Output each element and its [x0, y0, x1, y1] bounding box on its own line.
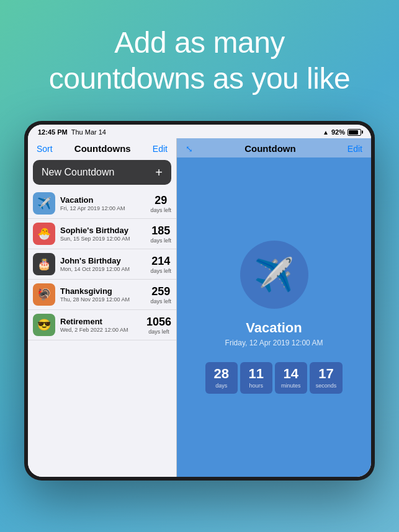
list-item[interactable]: 🎂 John's Birthday Mon, 14 Oct 2019 12:00…	[28, 249, 176, 280]
item-date: Wed, 2 Feb 2022 12:00 AM	[60, 327, 143, 333]
left-edit-button[interactable]: Edit	[153, 144, 168, 154]
timer-minutes: 14 minutes	[275, 362, 307, 394]
item-info: Vacation Fri, 12 Apr 2019 12:00 AM	[60, 195, 146, 211]
item-count-label: days left	[150, 237, 171, 244]
status-date: Thu Mar 14	[71, 128, 106, 136]
item-count-label: days left	[148, 329, 169, 335]
item-emoji: 🦃	[37, 288, 51, 301]
tablet-screen: 12:45 PM Thu Mar 14 ▲ 92% Sort C	[28, 125, 371, 477]
event-emoji: ✈️	[254, 256, 294, 294]
list-item[interactable]: 🦃 Thanksgiving Thu, 28 Nov 2019 12:00 AM…	[28, 280, 176, 310]
left-panel: Sort Countdowns Edit New Countdown + ✈️ …	[28, 138, 177, 477]
timer-minutes-label: minutes	[281, 383, 301, 389]
item-name: Sophie's Birthday	[60, 226, 146, 235]
item-count-label: days left	[150, 207, 171, 213]
plus-icon: +	[155, 166, 163, 179]
status-time: 12:45 PM	[38, 128, 68, 136]
timer-days: 28 days	[205, 362, 238, 394]
wifi-icon: ▲	[323, 129, 329, 136]
timer-minutes-number: 14	[283, 367, 298, 381]
item-count-label: days left	[150, 268, 171, 274]
timer-days-label: days	[215, 383, 227, 389]
item-count-number: 29	[155, 194, 167, 207]
right-edit-button[interactable]: Edit	[347, 144, 362, 154]
item-emoji: 😎	[37, 318, 51, 332]
item-date: Fri, 12 Apr 2019 12:00 AM	[60, 205, 146, 211]
item-count: 214 days left	[150, 255, 171, 274]
left-nav: Sort Countdowns Edit	[28, 138, 176, 157]
split-view: Sort Countdowns Edit New Countdown + ✈️ …	[28, 138, 371, 477]
timer-hours: 11 hours	[240, 362, 272, 394]
item-name: Retirement	[60, 317, 143, 326]
right-nav: ⤡ Countdown Edit	[177, 138, 371, 157]
item-count-label: days left	[150, 298, 171, 304]
back-icon[interactable]: ⤡	[186, 144, 193, 154]
item-count: 259 days left	[150, 285, 171, 304]
timer-seconds-label: seconds	[316, 383, 337, 389]
item-emoji: 🐣	[37, 227, 51, 241]
item-date: Mon, 14 Oct 2019 12:00 AM	[60, 266, 146, 272]
list-item[interactable]: 🐣 Sophie's Birthday Sun, 15 Sep 2019 12:…	[28, 219, 176, 249]
list-item[interactable]: ✈️ Vacation Fri, 12 Apr 2019 12:00 AM 29…	[28, 188, 176, 219]
item-emoji: ✈️	[37, 197, 51, 210]
item-count-number: 214	[151, 255, 170, 268]
timer-days-number: 28	[213, 367, 228, 381]
hero-section: Add as many countdowns as you like	[0, 0, 399, 115]
item-count: 29 days left	[150, 194, 171, 213]
item-name: Vacation	[60, 195, 146, 205]
item-emoji-bg: 🎂	[33, 253, 55, 275]
item-date: Sun, 15 Sep 2019 12:00 AM	[60, 236, 146, 242]
item-info: Thanksgiving Thu, 28 Nov 2019 12:00 AM	[60, 286, 146, 303]
item-date: Thu, 28 Nov 2019 12:00 AM	[60, 296, 146, 303]
item-info: Retirement Wed, 2 Feb 2022 12:00 AM	[60, 317, 143, 333]
timer-hours-label: hours	[249, 383, 263, 389]
timer-hours-number: 11	[248, 367, 263, 381]
sort-button[interactable]: Sort	[37, 144, 53, 154]
new-countdown-label: New Countdown	[42, 167, 114, 178]
item-info: Sophie's Birthday Sun, 15 Sep 2019 12:00…	[60, 226, 146, 242]
item-count-number: 1056	[146, 316, 171, 329]
item-count: 1056 days left	[146, 316, 171, 335]
new-countdown-button[interactable]: New Countdown +	[33, 160, 171, 185]
item-emoji-bg: 🦃	[33, 283, 55, 306]
item-emoji: 🎂	[37, 257, 51, 271]
right-panel: ⤡ Countdown Edit ✈️ Vacation Friday, 12 …	[177, 138, 371, 477]
item-count-number: 185	[151, 224, 170, 237]
event-icon-circle: ✈️	[240, 241, 308, 309]
item-name: Thanksgiving	[60, 286, 146, 296]
timer-row: 28 days 11 hours 14 minutes	[205, 362, 343, 394]
item-name: John's Birthday	[60, 256, 146, 265]
list-item[interactable]: 😎 Retirement Wed, 2 Feb 2022 12:00 AM 10…	[28, 310, 176, 340]
event-date: Friday, 12 Apr 2019 12:00 AM	[225, 339, 323, 347]
countdown-list: ✈️ Vacation Fri, 12 Apr 2019 12:00 AM 29…	[28, 188, 176, 477]
timer-seconds: 17 seconds	[310, 362, 343, 394]
battery-icon	[347, 129, 361, 136]
left-panel-title: Countdowns	[74, 143, 131, 154]
status-bar: 12:45 PM Thu Mar 14 ▲ 92%	[28, 125, 371, 138]
status-icons: ▲ 92%	[323, 128, 361, 136]
item-emoji-bg: 🐣	[33, 223, 55, 245]
hero-title: Add as many countdowns as you like	[19, 25, 380, 96]
item-count-number: 259	[151, 285, 170, 298]
battery-fill	[349, 130, 358, 135]
timer-seconds-number: 17	[318, 367, 333, 381]
tablet-device: 12:45 PM Thu Mar 14 ▲ 92% Sort C	[24, 121, 375, 481]
item-emoji-bg: 😎	[33, 314, 55, 336]
event-detail: ✈️ Vacation Friday, 12 Apr 2019 12:00 AM…	[177, 157, 371, 477]
right-panel-title: Countdown	[244, 143, 295, 154]
item-info: John's Birthday Mon, 14 Oct 2019 12:00 A…	[60, 256, 146, 272]
battery-label: 92%	[331, 128, 345, 136]
item-count: 185 days left	[150, 224, 171, 244]
event-title: Vacation	[246, 320, 302, 336]
item-emoji-bg: ✈️	[33, 192, 55, 215]
tablet-wrapper: 12:45 PM Thu Mar 14 ▲ 92% Sort C	[0, 121, 399, 481]
